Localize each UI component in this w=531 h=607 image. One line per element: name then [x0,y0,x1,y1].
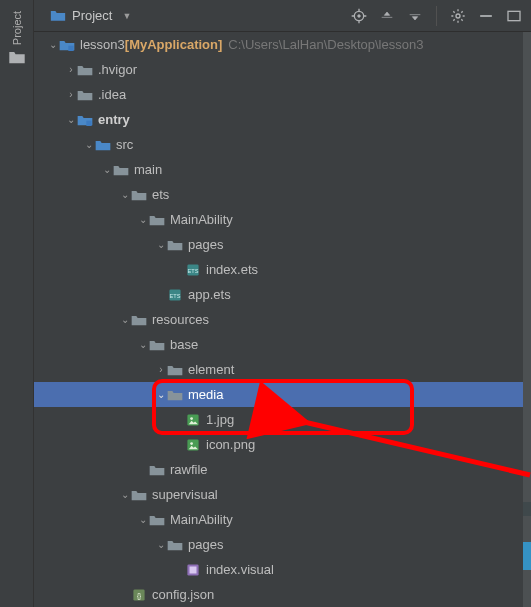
chevron-down-icon[interactable]: ⌄ [156,239,166,250]
tree-item-label: src [116,137,133,152]
tree-item[interactable]: ›element [34,357,523,382]
hide-button[interactable] [503,5,525,27]
tree-item-label: MainAbility [170,212,233,227]
svg-point-1 [358,14,361,17]
file-json-icon: {} [130,588,148,602]
tree-item[interactable]: ⌄MainAbility [34,207,523,232]
tree-item-label: ets [152,187,169,202]
chevron-down-icon[interactable]: ⌄ [138,214,148,225]
tree-item[interactable]: ›.hvigor [34,57,523,82]
expand-all-button[interactable] [376,5,398,27]
chevron-right-icon[interactable]: › [66,64,76,75]
folder-icon [166,238,184,252]
tree-item-label: base [170,337,198,352]
tree-item[interactable]: ⌄src [34,132,523,157]
folder-icon [148,513,166,527]
tree-item[interactable]: ›.idea [34,82,523,107]
module-bracket: [MyApplication] [125,37,223,52]
side-strip-label[interactable]: Project [11,11,23,45]
chevron-right-icon[interactable]: › [156,364,166,375]
tree-item-label: resources [152,312,209,327]
tree-item[interactable]: ⌄main [34,157,523,182]
tree-item[interactable]: ⌄lesson3 [MyApplication]C:\Users\LalHan\… [34,32,523,57]
file-vis-icon [184,563,202,577]
svg-text:ETS: ETS [170,292,181,298]
chevron-down-icon[interactable]: ⌄ [102,164,112,175]
tree-item[interactable]: ⌄pages [34,532,523,557]
gutter-mark [523,542,531,570]
tree-item[interactable]: ETSapp.ets [34,282,523,307]
tree-item[interactable]: ⌄media [34,382,523,407]
tree-item[interactable]: rawfile [34,457,523,482]
chevron-down-icon[interactable]: ⌄ [138,339,148,350]
tree-item-label: entry [98,112,130,127]
svg-text:{}: {} [137,591,141,599]
gutter-mark [523,502,531,516]
tree-item[interactable]: ETSindex.ets [34,257,523,282]
project-tree[interactable]: ⌄lesson3 [MyApplication]C:\Users\LalHan\… [34,32,523,607]
tree-item[interactable]: ⌄supervisual [34,482,523,507]
right-gutter [523,32,531,607]
tree-item[interactable]: index.visual [34,557,523,582]
tree-item-label: config.json [152,587,214,602]
tree-item[interactable]: {}config.json [34,582,523,607]
svg-point-2 [456,14,460,18]
svg-rect-6 [86,120,91,125]
folder-src-icon [94,138,112,152]
folder-icon [148,463,166,477]
tree-item-label: icon.png [206,437,255,452]
folder-module-icon [58,38,76,52]
collapse-all-button[interactable] [404,5,426,27]
svg-point-14 [190,442,193,445]
settings-button[interactable] [447,5,469,27]
tree-item[interactable]: ⌄base [34,332,523,357]
folder-icon [130,488,148,502]
tree-item[interactable]: ⌄entry [34,107,523,132]
folder-icon [76,88,94,102]
tree-item-label: main [134,162,162,177]
chevron-down-icon[interactable]: ⌄ [138,514,148,525]
tree-item[interactable]: 1.jpg [34,407,523,432]
chevron-down-icon[interactable]: ⌄ [120,489,130,500]
chevron-right-icon[interactable]: › [66,89,76,100]
file-ets-icon: ETS [184,263,202,277]
side-tool-strip: Project [0,0,34,607]
folder-icon [166,388,184,402]
tree-item-label: element [188,362,234,377]
project-toolbar: Project ▼ [34,0,531,32]
folder-icon [166,363,184,377]
file-img-icon [184,438,202,452]
chevron-down-icon[interactable]: ⌄ [156,389,166,400]
tree-item-label: MainAbility [170,512,233,527]
chevron-down-icon[interactable]: ⌄ [120,314,130,325]
panel-title[interactable]: Project [72,8,112,23]
tree-item-label: pages [188,537,223,552]
tree-item-label: lesson3 [80,37,125,52]
chevron-down-icon[interactable]: ⌄ [84,139,94,150]
project-path: C:\Users\LalHan\Desktop\lesson3 [228,37,423,52]
project-icon [50,9,66,22]
chevron-down-icon[interactable]: ⌄ [120,189,130,200]
svg-point-12 [190,417,193,420]
minimize-button[interactable] [475,5,497,27]
folder-icon[interactable] [8,50,26,64]
locate-button[interactable] [348,5,370,27]
chevron-down-icon[interactable]: ▼ [122,11,131,21]
svg-rect-5 [68,45,73,50]
tree-item[interactable]: ⌄pages [34,232,523,257]
folder-icon [112,163,130,177]
tree-item-label: pages [188,237,223,252]
tree-item-label: .hvigor [98,62,137,77]
chevron-down-icon[interactable]: ⌄ [48,39,58,50]
folder-icon [130,313,148,327]
folder-icon [166,538,184,552]
tree-item[interactable]: ⌄MainAbility [34,507,523,532]
tree-item[interactable]: ⌄ets [34,182,523,207]
chevron-down-icon[interactable]: ⌄ [156,539,166,550]
tree-item-label: media [188,387,223,402]
tree-item[interactable]: ⌄resources [34,307,523,332]
chevron-down-icon[interactable]: ⌄ [66,114,76,125]
toolbar-separator [436,6,437,26]
tree-item[interactable]: icon.png [34,432,523,457]
tree-item-label: .idea [98,87,126,102]
